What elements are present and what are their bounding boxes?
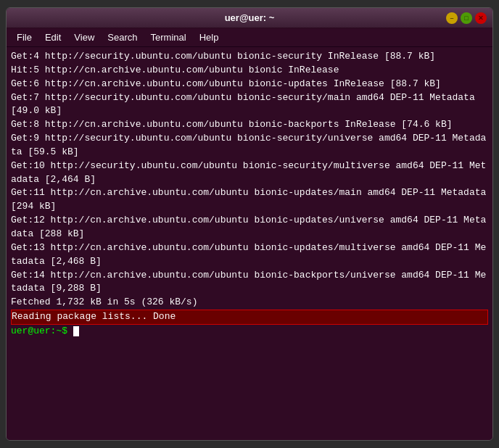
window-title: uer@uer: ~ [225, 12, 275, 23]
window-controls: – □ ✕ [446, 12, 487, 24]
menu-item-terminal[interactable]: Terminal [145, 30, 192, 44]
minimize-button[interactable]: – [446, 12, 458, 24]
menu-item-file[interactable]: File [11, 30, 38, 44]
terminal-line: Get:12 http://cn.archive.ubuntu.com/ubun… [11, 214, 488, 241]
titlebar: uer@uer: ~ – □ ✕ [7, 8, 492, 28]
terminal-line: Get:9 http://security.ubuntu.com/ubuntu … [11, 132, 488, 159]
menu-item-view[interactable]: View [68, 30, 100, 44]
terminal-content[interactable]: Get:4 http://security.ubuntu.com/ubuntu … [7, 47, 492, 440]
terminal-line: Get:10 http://security.ubuntu.com/ubuntu… [11, 159, 488, 187]
menu-item-help[interactable]: Help [194, 30, 225, 44]
terminal-line: uer@uer:~$ [11, 325, 488, 339]
terminal-line: Get:8 http://cn.archive.ubuntu.com/ubunt… [11, 118, 488, 132]
terminal-line: Get:6 http://cn.archive.ubuntu.com/ubunt… [11, 78, 488, 91]
terminal-line: Hit:5 http://cn.archive.ubuntu.com/ubunt… [11, 64, 488, 78]
menu-item-search[interactable]: Search [102, 30, 143, 44]
terminal-line: Get:11 http://cn.archive.ubuntu.com/ubun… [11, 186, 488, 214]
terminal-line: Get:7 http://security.ubuntu.com/ubuntu … [11, 91, 488, 119]
close-button[interactable]: ✕ [475, 12, 487, 24]
terminal-line: Get:14 http://cn.archive.ubuntu.com/ubun… [11, 269, 488, 296]
terminal-line: Get:13 http://cn.archive.ubuntu.com/ubun… [11, 241, 488, 269]
terminal-line: Fetched 1,732 kB in 5s (326 kB/s) [11, 296, 488, 310]
terminal-cursor [73, 326, 79, 336]
terminal-line: Reading package lists... Done [11, 310, 488, 325]
terminal-line: Get:4 http://security.ubuntu.com/ubuntu … [11, 50, 488, 64]
terminal-window: uer@uer: ~ – □ ✕ FileEditViewSearchTermi… [6, 7, 493, 441]
menu-item-edit[interactable]: Edit [39, 30, 67, 44]
maximize-button[interactable]: □ [461, 12, 472, 24]
menubar: FileEditViewSearchTerminalHelp [7, 28, 492, 47]
